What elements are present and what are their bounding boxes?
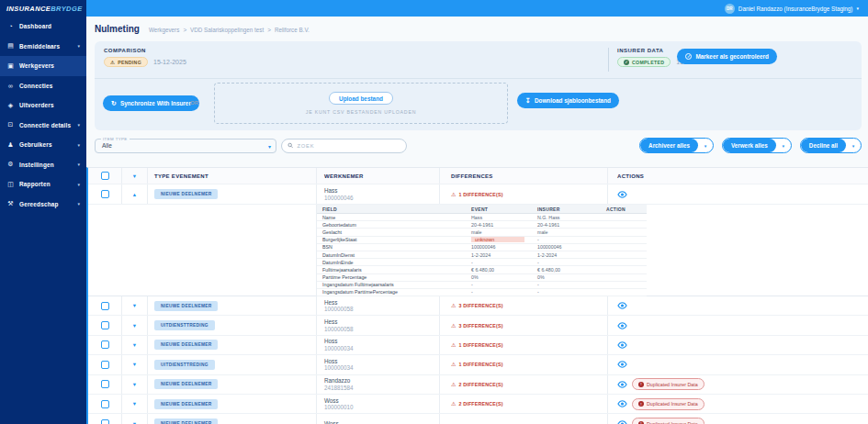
item-type-label: ITEM TYPE <box>101 137 130 141</box>
event-type-badge: NIEUWE DEELNEMER <box>154 189 218 199</box>
breadcrumb-link-werkgevers[interactable]: Werkgevers <box>149 27 179 33</box>
breadcrumb-separator: > <box>267 27 271 33</box>
table-row: ▾ NIEUWE DEELNEMER Randazzo 241881584 ⚠ … <box>88 375 868 395</box>
chevron-down-icon: ▾ <box>77 142 80 148</box>
chevron-down-icon: ▾ <box>77 201 80 206</box>
logo-primary: INSURANCE <box>6 5 51 13</box>
row-checkbox[interactable] <box>101 302 109 310</box>
expand-chevron-icon[interactable]: ▾ <box>133 381 136 388</box>
row-checkbox[interactable] <box>101 190 109 198</box>
pending-badge: ⚠ PENDING <box>104 57 148 67</box>
download-template-button[interactable]: ↧ Download sjabloonbestand <box>517 93 619 108</box>
breadcrumb-link-company[interactable]: Reliforce B.V. <box>275 27 310 33</box>
expand-chevron-icon[interactable]: ▾ <box>133 322 136 329</box>
chevron-down-icon[interactable]: ▾ <box>698 139 713 152</box>
brand-logo[interactable]: INSURANCEBRYDGE <box>0 0 86 17</box>
expand-chevron-icon[interactable]: ▾ <box>133 400 136 407</box>
expand-chevron-icon[interactable]: ▾ <box>133 420 136 424</box>
row-checkbox[interactable] <box>101 321 109 329</box>
eye-icon[interactable] <box>617 420 627 424</box>
sidebar-item[interactable]: ◫ Rapporten ▾ <box>0 174 86 195</box>
eye-icon[interactable] <box>617 322 627 329</box>
item-type-value: Alle <box>96 139 276 152</box>
collapse-chevron-icon[interactable]: ▴ <box>133 191 136 198</box>
detail-event-value: - <box>471 289 537 295</box>
eye-icon[interactable] <box>617 381 627 388</box>
sidebar-item[interactable]: ◔ Dashboard <box>0 17 86 37</box>
divider <box>608 48 609 72</box>
detail-insurer-value: - <box>537 260 606 265</box>
eye-icon[interactable] <box>617 302 627 309</box>
detail-field-name: Name <box>317 215 471 220</box>
synchronize-button[interactable]: ↻ Synchronize With Insurer <box>103 95 199 111</box>
sidebar-item[interactable]: ⊡ Connectie details ▾ <box>0 116 86 136</box>
sidebar-item[interactable]: ▤ Bemiddelaars ▾ <box>0 37 86 57</box>
differences-cell: ⚠ 3 DIFFERENCE(S) <box>451 323 503 329</box>
sidebar-item[interactable]: ∞ Connecties <box>0 76 86 96</box>
eye-icon[interactable] <box>617 191 627 198</box>
breadcrumb-link-koppeling[interactable]: VDD Salariskoppelingen test <box>190 27 264 33</box>
detail-row: Parttime Percentage 0% 0% <box>317 274 647 282</box>
page-title: Nulmeting <box>95 24 140 34</box>
detail-field-name: Geboortedatum <box>317 222 471 228</box>
row-checkbox[interactable] <box>101 380 109 388</box>
sidebar-item[interactable]: ⚒ Gereedschap ▾ <box>0 195 86 215</box>
sidebar-item-label: Connecties <box>19 83 80 89</box>
expand-chevron-icon[interactable]: ▾ <box>133 361 136 368</box>
gear-icon: ⚙ <box>6 161 15 168</box>
table-row: ▾ UITDIENSTTREDING Hess 100000058 ⚠ 3 DI… <box>88 316 868 335</box>
chevron-down-icon[interactable]: ▾ <box>776 139 791 152</box>
sidebar-item-label: Werkgevers <box>19 62 80 69</box>
sidebar-item[interactable]: ▣ Werkgevers <box>0 56 86 76</box>
employee-number: 100000010 <box>324 404 439 411</box>
detail-field-name: BSN <box>317 244 471 250</box>
detail-event-value: - <box>471 260 537 265</box>
chevron-down-icon[interactable]: ▾ <box>846 139 861 152</box>
employee-number: 100000058 <box>324 326 439 333</box>
expand-chevron-icon[interactable]: ▾ <box>133 302 136 309</box>
werknemer-cell: Randazzo 241881584 <box>317 375 440 394</box>
warning-icon: ⚠ <box>451 362 456 367</box>
dashboard-icon: ◔ <box>6 23 15 29</box>
differences-cell: ⚠ 1 DIFFERENCE(S) <box>451 342 503 348</box>
table-row-expanded: ▴ NIEUWE DEELNEMER Hass 100000046 ⚠ 1 DI… <box>88 184 868 205</box>
archive-all-button[interactable]: Archiveer alles ▾ <box>639 138 714 153</box>
expand-chevron-icon[interactable]: ▾ <box>133 341 136 349</box>
row-checkbox[interactable] <box>101 340 109 349</box>
eye-icon[interactable] <box>617 341 627 349</box>
process-all-button[interactable]: Verwerk alles ▾ <box>722 138 792 153</box>
status-card-bottom: ↻ Synchronize With Insurer OR Upload bes… <box>95 78 862 129</box>
upload-dropzone[interactable]: Upload bestand JE KUNT CSV BESTANDEN UPL… <box>214 83 508 124</box>
eye-icon[interactable] <box>617 400 627 407</box>
warning-icon: ⚠ <box>451 323 456 329</box>
eye-icon[interactable] <box>617 361 627 368</box>
search-input[interactable] <box>297 143 400 149</box>
search-icon <box>287 142 293 149</box>
werknemer-cell: Hoss 100000034 <box>317 355 440 374</box>
sidebar-item[interactable]: ♟ Gebruikers ▾ <box>0 135 86 155</box>
detail-header-insurer: INSURER <box>537 206 606 212</box>
detail-row: DatumInEinde - - <box>317 259 647 266</box>
events-table: ▾ TYPE EVENEMENT WERKNEMER DIFFERENCES A… <box>86 167 868 424</box>
mark-controlled-button[interactable]: ✓ Markeer als gecontroleerd <box>677 49 777 64</box>
sidebar-item[interactable]: ◈ Uitvoerders <box>0 95 86 116</box>
upload-file-button[interactable]: Upload bestand <box>329 92 393 105</box>
differences-cell: ⚠ 2 DIFFERENCE(S) <box>451 382 503 387</box>
detail-insurer-value: male <box>537 229 606 235</box>
or-label: OR <box>190 100 198 106</box>
row-checkbox[interactable] <box>101 419 109 424</box>
sidebar-item-label: Gebruikers <box>19 141 73 148</box>
sidebar-item[interactable]: ⚙ Instellingen ▾ <box>0 155 86 175</box>
row-checkbox[interactable] <box>101 361 109 369</box>
chevron-down-icon: ▾ <box>77 182 80 187</box>
row-checkbox[interactable] <box>101 400 109 408</box>
user-menu[interactable]: DR Daniel Randazzo (InsuranceBrydge Stag… <box>725 4 868 14</box>
employee-name: Randazzo <box>324 377 439 385</box>
detail-event-value: male <box>471 229 537 235</box>
decline-all-button[interactable]: Decline all ▾ <box>800 138 862 153</box>
item-type-select[interactable]: ITEM TYPE Alle ▾ <box>95 139 276 153</box>
collapse-all-chevron-icon[interactable]: ▾ <box>133 173 136 180</box>
chevron-down-icon: ▾ <box>856 6 859 11</box>
warning-icon: ⚠ <box>451 401 456 407</box>
select-all-checkbox[interactable] <box>101 172 109 180</box>
